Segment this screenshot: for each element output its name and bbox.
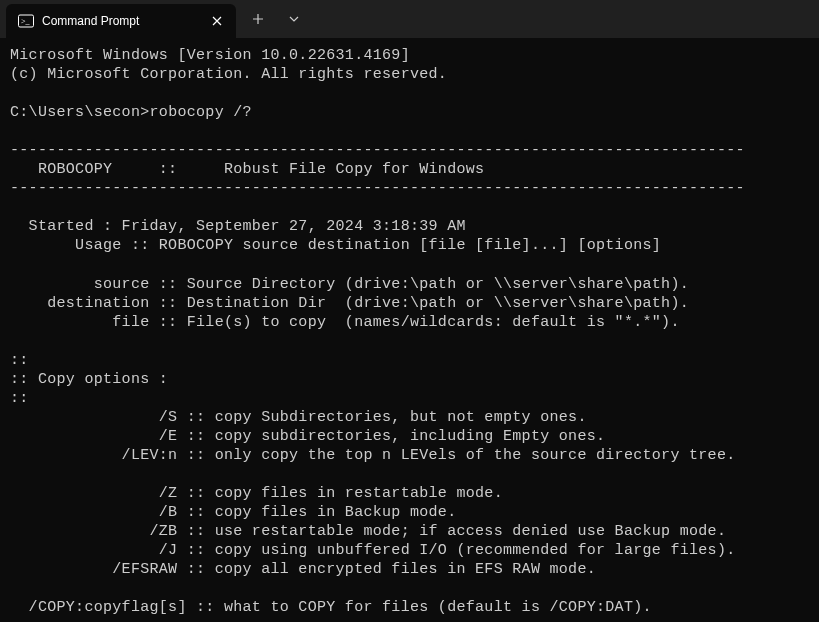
prompt: C:\Users\secon> <box>10 104 150 121</box>
option-b: /B :: copy files in Backup mode. <box>10 504 456 521</box>
option-zb: /ZB :: use restartable mode; if access d… <box>10 523 726 540</box>
window-titlebar: >_ Command Prompt <box>0 0 819 38</box>
banner-line: Microsoft Windows [Version 10.0.22631.41… <box>10 47 410 64</box>
banner-line: (c) Microsoft Corporation. All rights re… <box>10 66 447 83</box>
titlebar-actions <box>236 0 310 38</box>
svg-text:>_: >_ <box>21 17 31 26</box>
tab-command-prompt[interactable]: >_ Command Prompt <box>6 4 236 38</box>
terminal-output[interactable]: Microsoft Windows [Version 10.0.22631.41… <box>0 38 819 622</box>
option-j: /J :: copy using unbuffered I/O (recomme… <box>10 542 736 559</box>
section-marker: :: <box>10 390 29 407</box>
section-marker: :: <box>10 352 29 369</box>
param-destination: destination :: Destination Dir (drive:\p… <box>10 295 689 312</box>
tab-dropdown-button[interactable] <box>278 3 310 35</box>
section-header: :: Copy options : <box>10 371 168 388</box>
usage-line: Usage :: ROBOCOPY source destination [fi… <box>10 237 661 254</box>
started-line: Started : Friday, September 27, 2024 3:1… <box>10 218 466 235</box>
option-copy: /COPY:copyflag[s] :: what to COPY for fi… <box>10 599 652 616</box>
separator: ----------------------------------------… <box>10 180 745 197</box>
cmd-icon: >_ <box>18 13 34 29</box>
command-input: robocopy /? <box>150 104 252 121</box>
option-efsraw: /EFSRAW :: copy all encrypted files in E… <box>10 561 596 578</box>
close-tab-button[interactable] <box>208 12 226 30</box>
option-s: /S :: copy Subdirectories, but not empty… <box>10 409 587 426</box>
option-lev: /LEV:n :: only copy the top n LEVels of … <box>10 447 736 464</box>
param-file: file :: File(s) to copy (names/wildcards… <box>10 314 680 331</box>
option-z: /Z :: copy files in restartable mode. <box>10 485 503 502</box>
tab-title: Command Prompt <box>42 14 200 28</box>
option-e: /E :: copy subdirectories, including Emp… <box>10 428 605 445</box>
separator: ----------------------------------------… <box>10 142 745 159</box>
robocopy-title: ROBOCOPY :: Robust File Copy for Windows <box>10 161 484 178</box>
param-source: source :: Source Directory (drive:\path … <box>10 276 689 293</box>
new-tab-button[interactable] <box>242 3 274 35</box>
